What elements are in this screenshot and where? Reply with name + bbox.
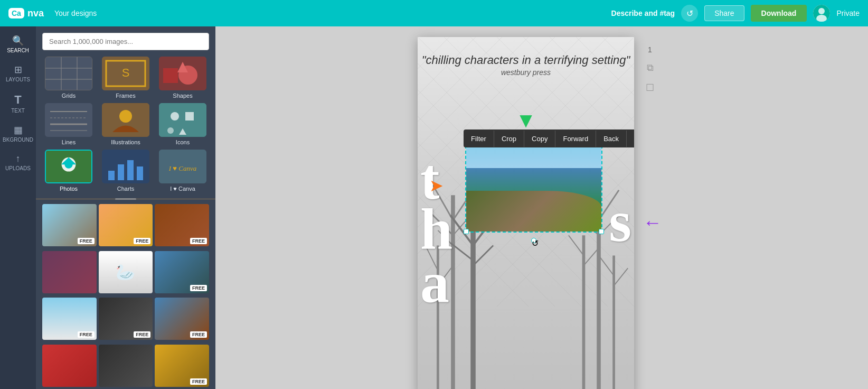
photo-8[interactable]: FREE <box>99 298 153 340</box>
canvas-letter-s: s <box>609 196 631 248</box>
search-input[interactable] <box>42 33 209 50</box>
main-layout: 🔍 SEARCH ⊞ LAYOUTS T TEXT ▦ BKGROUND ↑ U… <box>0 26 868 389</box>
download-button[interactable]: Download <box>751 5 807 22</box>
svg-point-23 <box>171 112 179 121</box>
forward-button[interactable]: Forward <box>555 131 596 147</box>
svg-rect-31 <box>108 171 115 180</box>
rotate-handle[interactable]: ↺ <box>531 238 536 243</box>
photo-3-free-badge: FREE <box>190 238 207 244</box>
canvas-publisher: westbury press <box>418 68 634 77</box>
category-icons[interactable]: Icons <box>156 103 209 145</box>
left-panel: Grids S Frames Shapes Lines <box>36 26 215 389</box>
canvas-area: ← <box>215 26 868 389</box>
charts-thumbnail <box>102 150 149 183</box>
sidebar-item-uploads[interactable]: ↑ UPLOADS <box>0 149 36 175</box>
category-shapes[interactable]: Shapes <box>156 57 209 99</box>
sidebar-item-layouts-label: LAYOUTS <box>6 77 30 82</box>
photos-thumbnail <box>45 150 92 183</box>
resize-handle-bottom-left[interactable] <box>464 229 469 234</box>
svg-line-79 <box>473 245 493 265</box>
svg-rect-13 <box>163 68 178 83</box>
photo-land <box>466 191 601 231</box>
photo-12-free-badge: FREE <box>190 378 207 385</box>
avatar[interactable] <box>813 5 830 22</box>
share-button[interactable]: Share <box>704 5 744 21</box>
canvas-letter-a: a <box>420 256 449 309</box>
svg-point-21 <box>119 110 132 123</box>
svg-rect-15 <box>45 103 92 137</box>
svg-line-89 <box>569 235 584 255</box>
photo-10[interactable] <box>42 345 97 387</box>
photo-6[interactable]: FREE <box>155 251 209 293</box>
photo-7-free-badge: FREE <box>78 331 95 338</box>
category-canva[interactable]: I ♥ Canva I ♥ Canva <box>156 150 209 192</box>
svg-rect-24 <box>185 112 194 121</box>
photo-1-free-badge: FREE <box>78 238 95 244</box>
category-charts[interactable]: Charts <box>99 150 152 192</box>
category-grids[interactable]: Grids <box>42 57 95 99</box>
photo-9-free-badge: FREE <box>190 331 207 338</box>
photo-6-free-badge: FREE <box>190 285 207 291</box>
private-button[interactable]: Private <box>836 9 860 17</box>
category-lines[interactable]: Lines <box>42 103 95 145</box>
delete-button[interactable]: 🗑 <box>627 129 634 147</box>
sidebar-item-background[interactable]: ▦ BKGROUND <box>0 120 36 147</box>
photo-7[interactable]: FREE <box>42 298 97 340</box>
header: Ca nva Your designs Describe and #tag ↺ … <box>0 0 868 26</box>
photo-12[interactable]: FREE <box>155 345 209 387</box>
design-canvas[interactable]: "chilling characters in a terrifying set… <box>418 37 634 389</box>
copy-page-icon[interactable]: ⧉ <box>647 62 654 73</box>
photo-5[interactable]: 🦢 <box>99 251 153 293</box>
undo-button[interactable]: ↺ <box>681 5 698 22</box>
orange-arrow: ➤ <box>429 175 444 196</box>
logo-text: nva <box>27 8 44 19</box>
background-icon: ▦ <box>14 124 23 136</box>
photo-1[interactable]: FREE <box>42 204 97 246</box>
category-frames[interactable]: S Frames <box>99 57 152 99</box>
category-photos[interactable]: Photos <box>42 150 95 192</box>
svg-rect-3 <box>45 57 92 90</box>
uploads-icon: ↑ <box>16 153 21 164</box>
shapes-label: Shapes <box>173 92 192 99</box>
lines-thumbnail <box>45 103 92 137</box>
selected-image[interactable]: ↺ <box>465 140 602 233</box>
resize-handle-bottom-right[interactable] <box>599 229 604 234</box>
describe-tag-button[interactable]: Describe and #tag <box>611 9 675 17</box>
canvas-quote: "chilling characters in a terrifying set… <box>418 53 634 68</box>
svg-point-29 <box>64 161 72 169</box>
sidebar-item-background-label: BKGROUND <box>3 137 33 143</box>
svg-point-26 <box>167 127 174 134</box>
lines-label: Lines <box>62 139 76 145</box>
layouts-icon: ⊞ <box>14 64 22 76</box>
sidebar-item-search[interactable]: 🔍 SEARCH <box>0 31 36 58</box>
search-icon: 🔍 <box>12 35 24 47</box>
delete-page-icon[interactable]: ☐ <box>646 82 654 94</box>
canva-thumbnail: I ♥ Canva <box>159 150 206 183</box>
photos-label: Photos <box>60 186 78 192</box>
photo-3[interactable]: FREE <box>155 204 209 246</box>
scroll-indicator <box>36 198 215 200</box>
filter-button[interactable]: Filter <box>464 131 494 147</box>
logo[interactable]: Ca nva <box>8 8 44 19</box>
sidebar-item-layouts[interactable]: ⊞ LAYOUTS <box>0 60 36 87</box>
svg-line-87 <box>614 268 628 285</box>
logo-icon: Ca <box>8 8 24 18</box>
purple-arrow: ← <box>643 211 662 234</box>
svg-rect-33 <box>127 160 134 180</box>
svg-line-86 <box>599 255 614 275</box>
category-illustrations[interactable]: Illustrations <box>99 103 152 145</box>
search-box <box>36 26 215 57</box>
photo-11[interactable] <box>99 345 153 387</box>
frames-thumbnail: S <box>102 57 149 90</box>
photo-9[interactable]: FREE <box>155 298 209 340</box>
photo-2[interactable]: FREE <box>99 204 153 246</box>
back-button[interactable]: Back <box>596 131 627 147</box>
canvas-letter-h: h <box>420 203 452 256</box>
crop-button[interactable]: Crop <box>494 131 524 147</box>
copy-button[interactable]: Copy <box>524 131 555 147</box>
breadcrumb[interactable]: Your designs <box>54 9 97 17</box>
sidebar-item-text[interactable]: T TEXT <box>0 89 36 118</box>
photo-4[interactable] <box>42 251 97 293</box>
selected-image-inner <box>466 141 601 231</box>
green-arrow: ▼ <box>515 108 536 132</box>
